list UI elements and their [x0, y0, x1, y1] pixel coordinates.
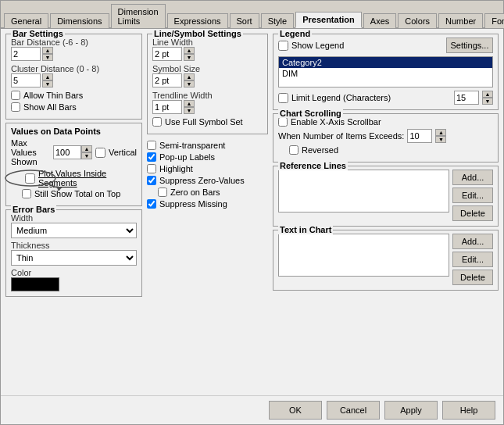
bar-distance-up[interactable]: ▲: [42, 47, 53, 54]
still-show-total-checkbox[interactable]: [22, 189, 31, 198]
bar-distance-label: Bar Distance (-6 - 8): [11, 38, 137, 47]
when-number-input[interactable]: [407, 129, 432, 143]
tab-general[interactable]: General: [4, 13, 48, 28]
max-values-label: Max Values Shown: [11, 138, 50, 166]
cluster-distance-input[interactable]: [11, 73, 41, 88]
show-legend-label: Show Legend: [291, 41, 344, 50]
tab-font[interactable]: Font: [484, 13, 504, 28]
symbol-size-input[interactable]: [152, 73, 182, 88]
text-edit-btn[interactable]: Edit...: [452, 252, 493, 267]
reference-delete-btn[interactable]: Delete: [452, 205, 493, 221]
plot-values-label[interactable]: Plot Values Inside Segments: [38, 169, 137, 188]
tab-sort[interactable]: Sort: [230, 13, 259, 28]
text-add-btn[interactable]: Add...: [452, 234, 493, 249]
show-all-bars-label: Show All Bars: [23, 102, 77, 112]
reference-edit-btn[interactable]: Edit...: [452, 188, 493, 203]
thickness-label: Thickness: [11, 241, 137, 250]
tab-style[interactable]: Style: [261, 13, 294, 28]
trendline-width-input[interactable]: [152, 100, 182, 114]
tab-presentation[interactable]: Presentation: [295, 12, 362, 28]
cluster-distance-down[interactable]: ▼: [42, 80, 53, 88]
thickness-select[interactable]: Thin: [11, 250, 137, 266]
popup-labels-row: Pop-up Labels: [147, 152, 268, 162]
highlight-checkbox[interactable]: [147, 164, 156, 173]
line-symbol-label: Line/Symbol Settings: [152, 29, 243, 38]
vertical-label: Vertical: [109, 148, 137, 157]
plot-values-checkbox[interactable]: [25, 173, 35, 184]
enable-x-axis-label: Enable X-Axis Scrollbar: [291, 117, 381, 127]
suppress-missing-label: Suppress Missing: [159, 199, 227, 209]
trendline-width-label: Trendline Width: [152, 91, 263, 100]
color-picker[interactable]: [11, 277, 59, 291]
text-in-chart-box: [278, 234, 449, 277]
trendline-width-up[interactable]: ▲: [184, 100, 195, 107]
max-values-input[interactable]: [53, 145, 81, 159]
tab-dimension-limits[interactable]: Dimension Limits: [111, 4, 166, 28]
ok-button[interactable]: OK: [269, 401, 322, 420]
limit-legend-down[interactable]: ▼: [482, 98, 493, 105]
limit-legend-label: Limit Legend (Characters): [291, 93, 391, 102]
suppress-zero-checkbox[interactable]: [147, 176, 156, 185]
zero-on-bars-checkbox[interactable]: [158, 188, 167, 197]
reference-lines-btns: Add... Edit... Delete: [452, 170, 493, 221]
text-in-chart-content: Add... Edit... Delete: [278, 234, 493, 285]
highlight-row: Highlight: [147, 164, 268, 173]
line-width-up[interactable]: ▲: [184, 47, 195, 54]
bar-distance-input[interactable]: [11, 47, 41, 61]
use-full-symbol-checkbox[interactable]: [152, 117, 162, 127]
line-width-spinbtns: ▲ ▼: [184, 47, 195, 61]
cancel-button[interactable]: Cancel: [327, 401, 380, 420]
allow-thin-bars-checkbox[interactable]: [11, 91, 20, 100]
bar-distance-down[interactable]: ▼: [42, 54, 53, 61]
line-width-input[interactable]: [152, 47, 182, 61]
vertical-checkbox[interactable]: [95, 148, 105, 158]
tab-number[interactable]: Number: [438, 13, 483, 28]
when-number-down[interactable]: ▼: [435, 136, 446, 143]
symbol-size-up[interactable]: ▲: [184, 73, 195, 80]
popup-labels-checkbox[interactable]: [147, 152, 156, 162]
reference-lines-box: [278, 170, 449, 212]
trendline-width-down[interactable]: ▼: [184, 107, 195, 114]
max-values-down[interactable]: ▼: [81, 152, 92, 159]
tab-expressions[interactable]: Expressions: [167, 13, 228, 28]
text-in-chart-btns: Add... Edit... Delete: [452, 234, 493, 285]
limit-legend-row: Limit Legend (Characters) ▲ ▼: [278, 91, 493, 105]
limit-legend-up[interactable]: ▲: [482, 91, 493, 98]
when-number-label: When Number of Items Exceeds:: [278, 131, 404, 141]
cluster-distance-up[interactable]: ▲: [42, 73, 53, 80]
symbol-size-down[interactable]: ▼: [184, 80, 195, 88]
mid-options: Semi-transparent Pop-up Labels Highlight…: [147, 138, 268, 214]
legend-settings-btn[interactable]: Settings...: [446, 38, 493, 53]
line-width-down[interactable]: ▼: [184, 54, 195, 61]
max-values-spinbtns: ▲ ▼: [81, 145, 92, 159]
text-in-chart-group: Text in Chart Add... Edit... Delete: [273, 230, 499, 291]
legend-item-0[interactable]: Category2: [279, 57, 492, 68]
max-values-up[interactable]: ▲: [81, 145, 92, 152]
when-number-up[interactable]: ▲: [435, 129, 446, 136]
symbol-size-label: Symbol Size: [152, 64, 263, 73]
legend-item-1[interactable]: DIM: [279, 68, 492, 79]
semi-transparent-checkbox[interactable]: [147, 141, 156, 150]
tab-axes[interactable]: Axes: [363, 13, 396, 28]
enable-x-axis-checkbox[interactable]: [278, 117, 288, 127]
reversed-checkbox[interactable]: [289, 145, 298, 155]
apply-button[interactable]: Apply: [384, 401, 438, 420]
suppress-missing-checkbox[interactable]: [147, 199, 156, 209]
limit-legend-input[interactable]: [454, 91, 479, 105]
text-in-chart-label: Text in Chart: [278, 225, 333, 234]
suppress-zero-label: Suppress Zero-Values: [159, 176, 245, 185]
show-legend-checkbox[interactable]: [278, 41, 288, 51]
vdp-section: Values on Data Points Max Values Shown ▲…: [5, 123, 142, 206]
width-select[interactable]: Medium: [11, 223, 137, 238]
reference-add-btn[interactable]: Add...: [452, 170, 493, 185]
text-delete-btn[interactable]: Delete: [452, 270, 493, 285]
help-button[interactable]: Help: [442, 401, 495, 420]
chart-scrolling-group: Chart Scrolling Enable X-Axis Scrollbar …: [273, 113, 499, 162]
tab-colors[interactable]: Colors: [398, 13, 437, 28]
vdp-label: Values on Data Points: [11, 127, 137, 136]
trendline-width-spinner: ▲ ▼: [152, 100, 263, 114]
limit-legend-checkbox[interactable]: [278, 93, 288, 103]
show-all-bars-checkbox[interactable]: [11, 102, 20, 112]
tab-dimensions[interactable]: Dimensions: [50, 13, 109, 28]
color-label: Color: [11, 268, 137, 277]
